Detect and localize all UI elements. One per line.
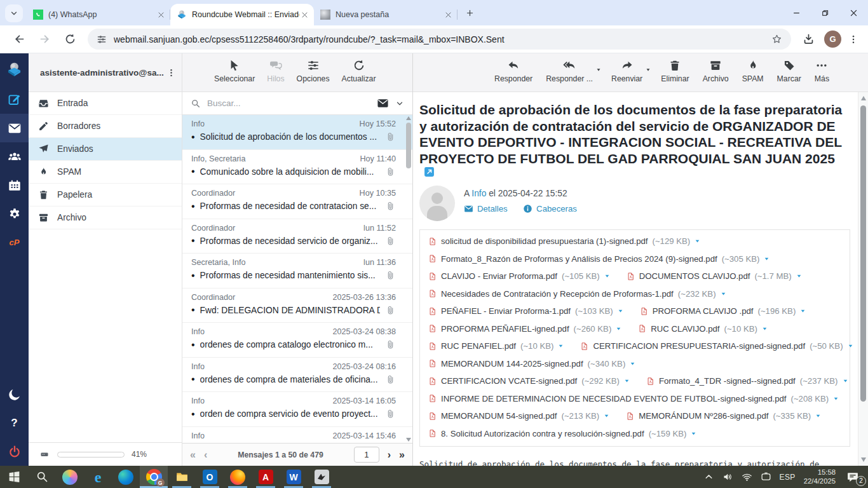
message-row[interactable]: Info2025-03-14 16:05•orden de compra ser… [182,392,412,427]
reply-button[interactable]: Responder [494,59,532,83]
taskbar-app-copilot[interactable] [56,466,84,488]
dropdown-caret-icon[interactable] [596,67,601,72]
last-page-button[interactable]: » [399,450,405,460]
attachment-item[interactable]: Formato_8_Razón de Proformas y Análisis … [428,254,770,264]
scroll-down-arrow[interactable] [406,438,411,442]
message-row[interactable]: Secretaria, Infolun 11:36•Proformas de n… [182,254,412,288]
attachment-name[interactable]: CERTIFICACION VCATE-signed.pdf [441,376,577,386]
more-button[interactable]: Más [815,59,829,83]
recipient-link[interactable]: Info [471,189,486,198]
folder-item-inbox[interactable]: Entrada [29,92,182,115]
address-bar[interactable]: webmail.sanjuan.gob.ec/cpsess5112258460/… [88,29,791,50]
attachment-item[interactable]: PROFORMA PEÑAFIEL-igned.pdf(~260 KB) [428,323,621,334]
view-scrollbar[interactable] [858,92,868,466]
tab-search-button[interactable] [5,4,23,22]
search-options-chevron-icon[interactable] [395,99,404,108]
rail-settings-button[interactable] [0,200,29,228]
back-button[interactable] [10,30,29,49]
attachment-name[interactable]: CLAVIJO - Enviar Proforma.pdf [441,271,557,281]
attachment-name[interactable]: DOCUMENTOS CLAVIJO.pdf [639,271,750,281]
attachment-item[interactable]: Formato_4_TDR -signed--signed.pdf(~237 K… [646,376,848,386]
attachment-name[interactable]: 8. Solicitud Autorización contra y resol… [441,429,644,438]
restore-button[interactable] [811,0,839,25]
attachment-name[interactable]: RUC PENAFIEL.pdf [441,341,516,351]
attachment-name[interactable]: Necesidades de Contratación y Recepción … [441,289,674,299]
attachment-item[interactable]: INFORME DE DETERMINACION DE NECESIDAD EV… [428,393,839,403]
attachment-item[interactable]: MEMORANDUM 54-signed.pdf(~213 KB) [428,411,609,421]
attachment-item[interactable]: RUC CLAVIJO.pdf(~10 KB) [638,323,768,334]
attachment-name[interactable]: PROFORMA CLAVIJO .pdf [653,306,754,316]
attachment-name[interactable]: PEÑAFIEL - Enviar Proforma-1.pdf [441,306,571,316]
close-icon[interactable] [443,10,454,20]
attachment-name[interactable]: INFORME DE DETERMINACION DE NECESIDAD EV… [441,394,787,403]
taskbar-app-word[interactable]: W [280,466,308,488]
taskbar-app-chrome[interactable]: G [140,466,168,488]
tab-new[interactable]: Nueva pestaña [314,4,458,25]
browser-menu-button[interactable] [845,31,862,48]
taskbar-app-ie[interactable]: e [84,466,112,488]
attachment-item[interactable]: Necesidades de Contratación y Recepción … [428,288,726,299]
attachment-item[interactable]: RUC PENAFIEL.pdf(~10 KB) [428,341,564,351]
forward-button[interactable] [35,30,54,49]
message-row[interactable]: Coordinador2025-03-26 13:36•Fwd: DELEGAC… [182,288,412,323]
attachment-item[interactable]: MEMORÁNDUM Nº286-signed.pdf(~335 KB) [626,411,821,421]
details-link[interactable]: Detalles [464,204,508,214]
close-icon[interactable] [299,10,310,20]
message-row[interactable]: Coordinadorlun 11:52•Proformas de necesi… [182,219,412,254]
spam-button[interactable]: SPAM [742,59,764,83]
headers-link[interactable]: Cabeceras [523,204,577,214]
message-row[interactable]: Info2025-03-24 08:38•ordenes de compra c… [182,323,412,358]
folder-item-drafts[interactable]: Borradores [29,115,182,138]
first-page-button[interactable]: « [190,450,196,460]
attachment-item[interactable]: PROFORMA CLAVIJO .pdf(~196 KB) [640,306,806,316]
folder-options-button[interactable] [164,65,178,79]
taskbar-app-outlook[interactable]: O [196,466,224,488]
message-row[interactable]: Info2025-03-14 15:46 [182,427,412,444]
tab-whatsapp[interactable]: (4) WhatsApp [27,4,170,25]
attachment-name[interactable]: CERTIFICACION PRESUPUESTARIA-signed-sign… [593,341,805,351]
folder-item-spam[interactable]: SPAM [29,161,182,184]
volume-icon[interactable] [722,471,733,482]
attachment-name[interactable]: Formato_4_TDR -signed--signed.pdf [659,376,796,386]
notifications-button[interactable]: 2 [846,471,860,484]
attachment-name[interactable]: MEMORÁNDUM Nº286-signed.pdf [639,411,768,421]
attachment-name[interactable]: MEMORANDUM 144-2025-signed.pdf [441,359,583,369]
list-scrollbar[interactable] [405,116,412,442]
taskbar-app-search[interactable] [28,466,56,488]
mark-button[interactable]: Marcar [777,59,801,83]
search-scope-envelope-icon[interactable] [377,97,389,109]
rail-logout-button[interactable] [0,437,29,466]
profile-avatar[interactable]: G [824,30,841,48]
attachment-item[interactable]: MEMORANDUM 144-2025-signed.pdf(~340 KB) [428,358,635,369]
dropdown-caret-icon[interactable] [646,67,651,72]
folder-item-trash[interactable]: Papelera [29,184,182,207]
message-row[interactable]: InfoHoy 15:52•Solicitud de aprobación de… [182,115,412,150]
reload-button[interactable] [60,30,79,49]
forward-button[interactable]: Reenviar [611,59,642,83]
attachment-name[interactable]: Formato_8_Razón de Proformas y Análisis … [441,254,717,264]
archive-button[interactable]: Archivo [703,59,729,83]
attachment-item[interactable]: CERTIFICACION VCATE-signed.pdf(~292 KB) [428,376,630,386]
folder-item-sent[interactable]: Enviados [29,138,182,161]
bookmark-star-icon[interactable] [771,34,782,44]
chevron-up-icon[interactable] [703,471,714,482]
view-scrollbar-thumb[interactable] [860,105,866,402]
search-input[interactable] [207,98,370,108]
attachment-name[interactable]: MEMORANDUM 54-signed.pdf [441,411,557,421]
page-number-input[interactable]: 1 [354,447,379,463]
taskbar-app-edge[interactable] [112,466,140,488]
site-settings-icon[interactable] [97,34,107,44]
options-button[interactable]: Opciones [297,59,330,83]
rail-help-button[interactable]: ? [0,409,29,437]
close-window-button[interactable] [839,0,868,25]
new-tab-button[interactable] [461,4,478,21]
attachment-item[interactable]: CERTIFICACION PRESUPUESTARIA-signed-sign… [580,341,853,351]
taskbar-app-firefox[interactable] [224,466,252,488]
taskbar-app-explorer[interactable] [168,466,196,488]
attachment-item[interactable]: 8. Solicitud Autorización contra y resol… [428,428,696,438]
close-icon[interactable] [156,10,166,20]
clock[interactable]: 15:58 22/4/2025 [804,468,836,485]
reply-all-button[interactable]: Responder ... [546,59,593,83]
next-page-button[interactable]: › [388,450,391,460]
attachment-item[interactable]: PEÑAFIEL - Enviar Proforma-1.pdf(~103 KB… [428,306,623,316]
